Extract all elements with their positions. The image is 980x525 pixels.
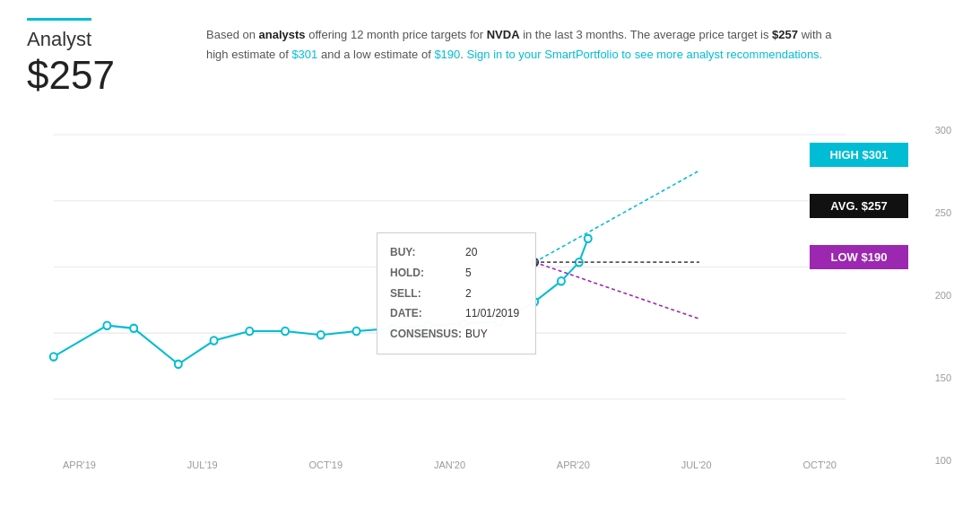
analyst-label: Analyst — [27, 18, 91, 51]
tooltip-consensus-value: BUY — [465, 324, 523, 345]
tooltip-hold-label: HOLD: — [390, 263, 465, 284]
left-header: Analyst $257 — [27, 18, 170, 98]
x-label-oct20: OCT'20 — [802, 459, 837, 470]
avg-price-badge: AVG. $257 — [810, 194, 908, 218]
chart-dot — [558, 277, 565, 284]
desc-analysts-bold: analysts — [259, 28, 306, 41]
x-label-oct19: OCT'19 — [309, 459, 343, 470]
tooltip-sell-value: 2 — [465, 284, 523, 304]
tooltip-sell-label: SELL: — [390, 284, 465, 304]
desc-mid3: and a low estimate of — [317, 48, 434, 61]
y-label-300: 300 — [935, 125, 951, 136]
desc-ticker-bold: NVDA — [487, 28, 520, 41]
x-label-jan20: JAN'20 — [434, 459, 465, 470]
tooltip-buy-label: BUY: — [390, 242, 465, 263]
price-badges: HIGH $301 AVG. $257 LOW $190 — [810, 143, 908, 269]
smartportfolio-link[interactable]: Sign in to your SmartPortfolio to see mo… — [467, 48, 823, 61]
average-price: $257 — [27, 53, 170, 98]
high-price-badge: HIGH $301 — [810, 143, 908, 167]
x-label-jul19: JUL'19 — [187, 459, 218, 470]
chart-dot — [246, 328, 253, 335]
chart-dot — [211, 337, 218, 344]
chart-dot — [585, 235, 592, 242]
tooltip-date-label: DATE: — [390, 303, 465, 324]
x-label-jul20: JUL'20 — [681, 459, 712, 470]
y-label-150: 150 — [935, 372, 951, 383]
desc-after-analysts: offering 12 month price targets for — [306, 28, 487, 41]
desc-avg-price: $257 — [772, 28, 798, 41]
desc-before-analysts: Based on — [206, 28, 259, 41]
dashed-low-line — [534, 262, 699, 319]
chart-wrapper: 300 250 200 150 100 — [27, 116, 953, 475]
desc-end-text: . — [460, 48, 466, 61]
tooltip-box: BUY: 20 HOLD: 5 SELL: 2 DATE: 11/01/2019… — [377, 232, 536, 354]
chart-dot — [282, 328, 289, 335]
chart-dot — [317, 331, 325, 338]
low-price-badge: LOW $190 — [810, 245, 908, 269]
description-text: Based on analysts offering 12 month pric… — [206, 25, 852, 65]
tooltip-hold-value: 5 — [465, 263, 523, 284]
header-section: Analyst $257 Based on analysts offering … — [27, 18, 953, 98]
y-label-200: 200 — [935, 290, 951, 301]
chart-dot — [353, 328, 360, 335]
tooltip-consensus-label: CONSENSUS: — [390, 324, 465, 345]
x-label-apr20: APR'20 — [557, 459, 590, 470]
tooltip-buy-value: 20 — [465, 242, 523, 263]
chart-dot — [175, 361, 182, 368]
x-label-apr19: APR'19 — [63, 459, 96, 470]
desc-low-price: $190 — [434, 48, 460, 61]
x-axis-labels: APR'19 JUL'19 OCT'19 JAN'20 APR'20 JUL'2… — [63, 459, 837, 470]
chart-dot — [103, 321, 110, 328]
y-label-250: 250 — [935, 207, 951, 218]
y-label-100: 100 — [935, 455, 951, 466]
tooltip-date-value: 11/01/2019 — [465, 303, 523, 324]
desc-mid-text: in the last 3 months. The average price … — [520, 28, 773, 41]
desc-high-price: $301 — [291, 48, 317, 61]
dashed-high-line — [534, 171, 699, 262]
y-axis-labels: 300 250 200 150 100 — [935, 116, 951, 475]
chart-dot — [50, 353, 57, 360]
chart-dot — [130, 325, 137, 332]
